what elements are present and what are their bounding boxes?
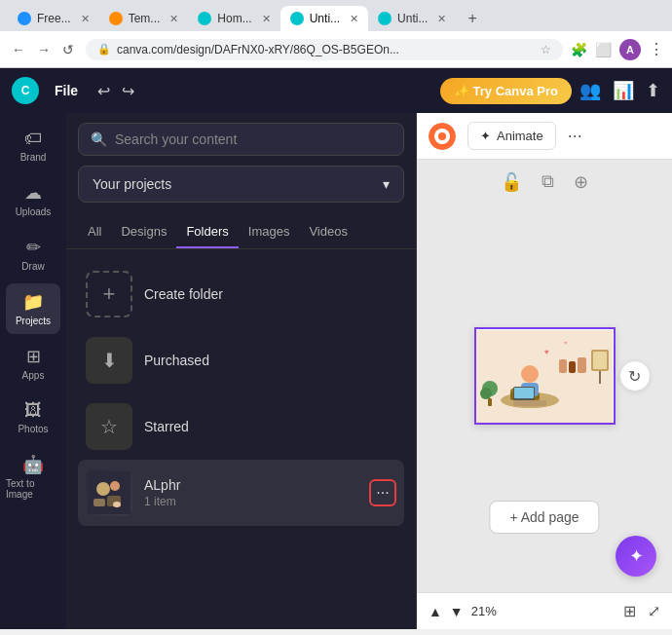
browser-tab-3[interactable]: Hom... ✕ [188,6,280,31]
uploads-icon: ☁ [24,182,42,204]
grid-view-icon[interactable]: ⊞ [623,602,636,620]
file-menu-button[interactable]: File [47,79,86,102]
text-to-image-icon: 🤖 [22,454,44,475]
profile-avatar[interactable]: A [619,39,641,60]
redo-button[interactable]: ↪ [122,82,134,100]
sidebar-label-brand: Brand [20,152,47,163]
sidebar-item-draw[interactable]: ✏ Draw [6,229,60,280]
add-page-button[interactable]: + Add page [489,501,599,534]
zoom-percentage[interactable]: 21% [471,604,497,618]
create-folder-label: Create folder [144,286,223,302]
more-options-button[interactable]: ··· [568,126,582,146]
tab-images[interactable]: Images [239,216,300,248]
url-bar[interactable]: 🔒 canva.com/design/DAFrNX0-xRY/86Q_OS-B5… [86,39,563,60]
svg-rect-19 [559,359,567,373]
chevron-down-icon: ▾ [383,176,390,192]
svg-point-26 [480,388,492,399]
project-dropdown[interactable]: Your projects ▾ [78,166,404,203]
animate-label: Animate [497,129,543,143]
add-page-area: + Add page [489,501,599,534]
url-text: canva.com/design/DAFrNX0-xRY/86Q_OS-B5GE… [117,43,399,56]
tab-videos[interactable]: Videos [299,216,357,248]
canvas-bottom-bar: ▲ ▼ 21% ⊞ ⤢ [417,592,672,629]
try-pro-star: ✨ [454,84,469,98]
menu-icon[interactable]: ⋮ [649,40,664,58]
browser-tab-1[interactable]: Free... ✕ [8,6,99,31]
canva-logo[interactable]: C [12,77,39,104]
tab-close-3[interactable]: ✕ [262,13,271,25]
canvas-view-icons: ⊞ ⤢ [623,602,660,620]
zoom-down-icon[interactable]: ▼ [450,604,464,619]
sidebar-label-photos: Photos [18,424,48,434]
new-tab-button[interactable]: + [460,6,484,31]
color-circle-icon [429,123,456,150]
search-icon: 🔍 [91,131,107,147]
fullscreen-icon[interactable]: ⤢ [648,602,660,620]
browser-tab-4[interactable]: Unti... ✕ [280,6,368,31]
zoom-control: ▲ ▼ 21% [429,604,497,619]
star-icon[interactable]: ☆ [541,43,551,56]
sidebar-item-apps[interactable]: ⊞ Apps [6,338,60,389]
share-icon[interactable]: ⬆ [646,80,660,101]
magic-fab-button[interactable]: ✦ [616,536,656,577]
tab-label-5: Unti... [397,12,428,25]
try-pro-label: Try Canva Pro [473,84,558,98]
purchased-folder-icon: ⬇ [86,337,132,384]
tab-close-1[interactable]: ✕ [81,13,90,25]
tab-close-2[interactable]: ✕ [169,13,178,25]
project-dropdown-label: Your projects [93,176,171,192]
svg-point-8 [438,132,446,140]
address-bar: ← → ↺ 🔒 canva.com/design/DAFrNX0-xRY/86Q… [0,31,672,68]
tab-close-5[interactable]: ✕ [437,13,446,25]
sidebar-icons: 🏷 Brand ☁ Uploads ✏ Draw 📁 Projects ⊞ Ap… [0,113,66,629]
browser-tab-5[interactable]: Unti... ✕ [368,6,456,31]
reload-button[interactable]: ↺ [58,40,78,59]
back-button[interactable]: ← [8,40,29,59]
tab-all[interactable]: All [78,216,111,248]
sidebar-item-brand[interactable]: 🏷 Brand [6,121,60,170]
alphr-folder-item[interactable]: ALphr 1 item ··· [78,460,404,526]
extensions-icon[interactable]: 🧩 [571,42,587,57]
refresh-button[interactable]: ↻ [619,360,651,392]
add-canvas-icon[interactable]: ⊕ [574,171,588,193]
photos-icon: 🖼 [24,400,42,421]
lock-canvas-icon[interactable]: 🔓 [501,171,522,193]
share-people-icon[interactable]: 👥 [579,80,601,101]
try-pro-button[interactable]: ✨ Try Canva Pro [440,78,572,104]
page-canvas[interactable]: ♥ ♥ [474,327,616,425]
puzzle-icon[interactable]: ⬜ [595,42,612,57]
tab-favicon-1 [18,12,31,25]
sidebar-item-projects[interactable]: 📁 Projects [6,283,60,334]
alphr-more-button[interactable]: ··· [369,479,396,506]
svg-rect-0 [88,471,131,514]
sidebar-item-photos[interactable]: 🖼 Photos [6,392,60,442]
svg-point-5 [113,502,121,507]
sidebar-item-text-to-image[interactable]: 🤖 Text to Image [0,446,66,507]
search-input[interactable] [115,131,392,147]
browser-tab-2[interactable]: Tem... ✕ [99,6,189,31]
tab-designs[interactable]: Designs [111,216,176,248]
color-picker[interactable] [429,123,456,150]
canva-app: C File ↩ ↪ ✨ Try Canva Pro 👥 📊 ⬆ 🏷 Brand… [0,68,672,629]
stats-icon[interactable]: 📊 [613,80,634,101]
tab-label-4: Unti... [310,12,340,25]
create-folder-icon: + [86,271,132,318]
apps-icon: ⊞ [26,346,41,367]
tab-folders[interactable]: Folders [176,216,238,248]
canvas-top-icons: 🔓 ⧉ ⊕ [501,171,588,193]
tab-close-4[interactable]: ✕ [350,13,358,25]
create-folder-item[interactable]: + Create folder [78,261,404,327]
animate-button[interactable]: ✦ Animate [467,122,556,150]
starred-folder-item[interactable]: ☆ Starred [78,393,404,460]
zoom-up-icon[interactable]: ▲ [429,604,442,619]
forward-button[interactable]: → [33,40,55,59]
alphr-folder-sub: 1 item [144,495,180,508]
search-box[interactable]: 🔍 [78,123,404,156]
purchased-folder-item[interactable]: ⬇ Purchased [78,327,404,393]
main-area: 🏷 Brand ☁ Uploads ✏ Draw 📁 Projects ⊞ Ap… [0,113,672,629]
svg-text:♥: ♥ [544,348,549,356]
lock-icon: 🔒 [97,43,111,56]
sidebar-item-uploads[interactable]: ☁ Uploads [6,174,60,225]
undo-button[interactable]: ↩ [97,82,110,100]
copy-canvas-icon[interactable]: ⧉ [541,171,554,193]
